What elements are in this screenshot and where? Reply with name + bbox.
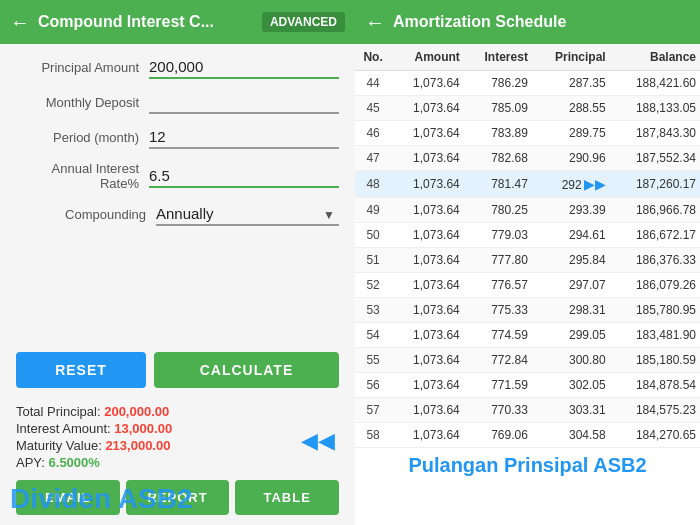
annual-rate-row: Annual Interest Rate% <box>16 161 339 191</box>
compounding-select-wrapper: Annually Monthly Quarterly Semi-Annually… <box>156 203 339 226</box>
table-header-row: No. Amount Interest Principal Balance <box>355 44 700 71</box>
compounding-label: Compounding <box>16 207 156 222</box>
table-row: 471,073.64782.68290.96187,552.34 <box>355 146 700 171</box>
period-input[interactable] <box>149 126 339 149</box>
table-row: 531,073.64775.33298.31185,780.95 <box>355 298 700 323</box>
principal-input[interactable] <box>149 56 339 79</box>
form-area: Principal Amount Monthly Deposit Period … <box>0 44 355 352</box>
left-arrow-icon: ◀◀ <box>301 428 335 454</box>
main-buttons-row: RESET CALCULATE <box>0 352 355 388</box>
left-header: ← Compound Interest C... ADVANCED <box>0 0 355 44</box>
left-panel: ← Compound Interest C... ADVANCED Princi… <box>0 0 355 525</box>
right-header: ← Amortization Schedule <box>355 0 700 44</box>
table-row: 541,073.64774.59299.05183,481.90 <box>355 323 700 348</box>
table-row: 491,073.64780.25293.39186,966.78 <box>355 198 700 223</box>
amortization-table: No. Amount Interest Principal Balance 44… <box>355 44 700 448</box>
calculate-button[interactable]: CALCULATE <box>154 352 339 388</box>
advanced-button[interactable]: ADVANCED <box>262 12 345 32</box>
apy-line: APY: 6.5000% <box>16 455 339 470</box>
col-balance: Balance <box>610 44 700 71</box>
interest-label: Interest Amount: <box>16 421 111 436</box>
apy-label: APY: <box>16 455 45 470</box>
left-watermark: Dividen ASB2 <box>10 483 193 515</box>
col-amount: Amount <box>391 44 464 71</box>
compounding-select[interactable]: Annually Monthly Quarterly Semi-Annually… <box>156 203 339 226</box>
table-row: 571,073.64770.33303.31184,575.23 <box>355 398 700 423</box>
right-back-button[interactable]: ← <box>365 11 385 34</box>
compounding-row: Compounding Annually Monthly Quarterly S… <box>16 203 339 226</box>
table-row: 561,073.64771.59302.05184,878.54 <box>355 373 700 398</box>
left-back-button[interactable]: ← <box>10 11 30 34</box>
total-principal-label: Total Principal: <box>16 404 101 419</box>
total-principal-value: 200,000.00 <box>104 404 169 419</box>
total-principal-line: Total Principal: 200,000.00 <box>16 404 339 419</box>
results-area: Total Principal: 200,000.00 Interest Amo… <box>0 400 355 480</box>
apy-value: 6.5000% <box>49 455 100 470</box>
table-row: 441,073.64786.29287.35188,421.60 <box>355 71 700 96</box>
monthly-deposit-label: Monthly Deposit <box>16 95 149 110</box>
interest-line: Interest Amount: 13,000.00 <box>16 421 339 436</box>
maturity-label: Maturity Value: <box>16 438 102 453</box>
table-row: 501,073.64779.03294.61186,672.17 <box>355 223 700 248</box>
table-row: 481,073.64781.47292▶▶187,260.17 <box>355 171 700 198</box>
annual-rate-input[interactable] <box>149 165 339 188</box>
right-panel: ← Amortization Schedule No. Amount Inter… <box>355 0 700 525</box>
left-title: Compound Interest C... <box>38 13 254 31</box>
col-no: No. <box>355 44 391 71</box>
table-row: 581,073.64769.06304.58184,270.65 <box>355 423 700 448</box>
principal-row: Principal Amount <box>16 56 339 79</box>
monthly-deposit-input[interactable] <box>149 91 339 114</box>
annual-rate-label: Annual Interest Rate% <box>16 161 149 191</box>
principal-label: Principal Amount <box>16 60 149 75</box>
maturity-value: 213,000.00 <box>105 438 170 453</box>
period-row: Period (month) <box>16 126 339 149</box>
pulangan-watermark: Pulangan Prinsipal ASB2 <box>355 448 700 483</box>
table-row: 551,073.64772.84300.80185,180.59 <box>355 348 700 373</box>
table-button[interactable]: TABLE <box>235 480 339 515</box>
amortization-table-container[interactable]: No. Amount Interest Principal Balance 44… <box>355 44 700 525</box>
row-arrow-icon: ▶▶ <box>584 176 606 192</box>
monthly-deposit-row: Monthly Deposit <box>16 91 339 114</box>
interest-value: 13,000.00 <box>114 421 172 436</box>
col-principal: Principal <box>532 44 610 71</box>
table-row: 451,073.64785.09288.55188,133.05 <box>355 96 700 121</box>
right-title: Amortization Schedule <box>393 13 566 31</box>
table-row: 521,073.64776.57297.07186,079.26 <box>355 273 700 298</box>
table-wrapper: No. Amount Interest Principal Balance 44… <box>355 44 700 525</box>
period-label: Period (month) <box>16 130 149 145</box>
table-row: 461,073.64783.89289.75187,843.30 <box>355 121 700 146</box>
reset-button[interactable]: RESET <box>16 352 146 388</box>
maturity-line: Maturity Value: 213,000.00 <box>16 438 339 453</box>
table-row: 511,073.64777.80295.84186,376.33 <box>355 248 700 273</box>
col-interest: Interest <box>464 44 532 71</box>
